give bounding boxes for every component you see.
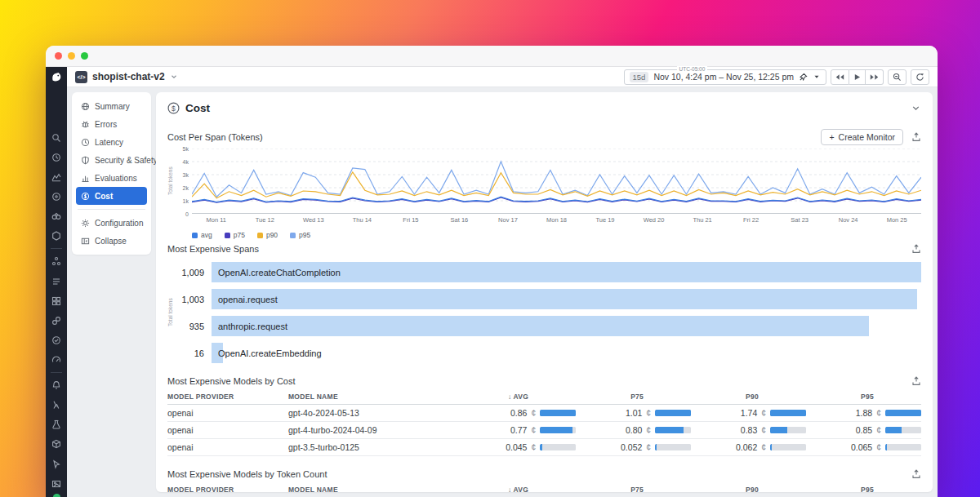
column-header-model-provider[interactable]: MODEL PROVIDER [167, 482, 288, 492]
zoom-window-button[interactable] [81, 52, 88, 60]
sidenav-item-errors[interactable]: Errors [76, 115, 147, 133]
sidenav-item-evaluations[interactable]: Evaluations [76, 169, 147, 187]
legend-item-p95[interactable]: p95 [290, 231, 310, 239]
column-header-model-provider[interactable]: MODEL PROVIDER [167, 389, 288, 405]
minimize-window-button[interactable] [68, 52, 75, 60]
column-header-p95[interactable]: P95 [806, 482, 921, 492]
chart-legend: avgp75p90p95 [192, 231, 921, 239]
span-bar-row[interactable]: 1,003openai.request [176, 289, 921, 309]
search-icon [51, 133, 61, 143]
rail-item-apm[interactable] [46, 206, 67, 226]
models-by-cost-section: Most Expensive Models by Cost MODEL PROV… [167, 376, 921, 456]
span-bar-row[interactable]: 1,009OpenAI.createChatCompletion [176, 262, 921, 282]
cell-model-provider[interactable]: openai [167, 405, 288, 422]
app-switcher-chevron-icon[interactable] [170, 73, 178, 81]
rail-item-security[interactable] [46, 226, 67, 246]
app-name[interactable]: shopist-chat-v2 [92, 71, 165, 82]
column-header-p90[interactable]: P90 [691, 482, 806, 492]
time-range-picker[interactable]: UTC-05:00 15d Nov 10, 4:24 pm – Nov 25, … [624, 69, 826, 85]
sidenav-item-collapse[interactable]: Collapse [76, 232, 147, 250]
cost-icon [81, 192, 90, 201]
zoom-out-button[interactable] [888, 69, 906, 85]
span-bar[interactable] [212, 289, 917, 309]
metric-value: 0.86 [510, 408, 527, 418]
rail-item-pointer[interactable] [46, 455, 67, 474]
rail-item-services[interactable] [46, 251, 67, 271]
metric-unit: ¢ [646, 425, 651, 435]
column-header-p75[interactable]: P75 [576, 389, 691, 405]
rail-item-labs[interactable] [46, 415, 67, 434]
rail-item-history[interactable] [46, 148, 67, 167]
column-header-avg[interactable]: ↓AVG [461, 482, 576, 492]
sidenav-item-summary[interactable]: Summary [76, 97, 147, 115]
column-header-p75[interactable]: P75 [576, 482, 691, 492]
column-header-model-name[interactable]: MODEL NAME [288, 482, 461, 492]
legend-item-avg[interactable]: avg [192, 231, 212, 239]
packages-icon [51, 439, 61, 449]
close-window-button[interactable] [55, 52, 62, 60]
sidenav-item-latency[interactable]: Latency [76, 133, 147, 151]
column-header-p95[interactable]: P95 [806, 389, 921, 405]
legend-item-p75[interactable]: p75 [225, 231, 245, 239]
metric-unit: ¢ [531, 442, 536, 452]
rail-item-gauge[interactable] [46, 350, 67, 370]
cell-model-provider[interactable]: openai [167, 422, 288, 439]
x-tick: Thu 14 [338, 216, 387, 224]
cell-model-name[interactable]: gpt-3.5-turbo-0125 [288, 439, 461, 456]
time-forward-button[interactable] [866, 69, 884, 85]
legend-item-p90[interactable]: p90 [257, 231, 278, 239]
cell-model-name[interactable]: gpt-4o-2024-05-13 [288, 405, 461, 422]
rail-item-dashboards[interactable] [46, 291, 67, 311]
rail-item-logs[interactable] [46, 272, 67, 291]
span-value: 1,009 [176, 268, 212, 277]
time-range-text: Nov 10, 4:24 pm – Nov 25, 12:25 pm [653, 72, 794, 82]
gauge-icon [51, 355, 61, 365]
metric-unit: ¢ [646, 442, 651, 452]
span-bar-row[interactable]: 16OpenAI.createEmbedding [176, 343, 921, 363]
create-monitor-button[interactable]: + Create Monitor [821, 129, 903, 145]
app-window: </> shopist-chat-v2 UTC-05:00 15d Nov 10… [46, 46, 938, 497]
left-rail [46, 67, 67, 497]
rail-item-packages[interactable] [46, 434, 67, 454]
column-header-avg[interactable]: ↓AVG [461, 389, 576, 405]
export-button[interactable] [911, 132, 921, 142]
sidenav-item-cost[interactable]: Cost [76, 187, 147, 205]
export-button[interactable] [911, 376, 921, 386]
sidenav-item-security-safety[interactable]: Security & Safety [76, 151, 147, 169]
column-header-model-name[interactable]: MODEL NAME [288, 389, 461, 405]
metric-value: 1.88 [856, 408, 872, 418]
refresh-button[interactable] [911, 69, 929, 85]
rail-item-search[interactable] [46, 128, 67, 148]
rail-item-screenshot[interactable] [46, 474, 67, 494]
sidenav-item-configuration[interactable]: Configuration [76, 214, 147, 232]
cell-model-name[interactable]: gpt-4-turbo-2024-04-09 [288, 422, 461, 439]
integrations-icon [51, 316, 61, 326]
cost-line-chart[interactable]: Total tokens 5k4k3k2k1k0 [167, 149, 921, 214]
metric-bar [655, 444, 691, 450]
rail-item-ci[interactable] [46, 331, 67, 350]
cell-metric: 0.065¢ [806, 439, 921, 456]
time-play-button[interactable] [849, 69, 866, 85]
column-header-p90[interactable]: P90 [691, 389, 806, 405]
rail-item-monitors[interactable] [46, 375, 67, 395]
rail-item-watchdog[interactable] [46, 187, 67, 206]
export-button[interactable] [911, 469, 921, 479]
app-body: </> shopist-chat-v2 UTC-05:00 15d Nov 10… [46, 67, 938, 497]
legend-swatch [225, 233, 230, 238]
time-dropdown-chevron-icon[interactable] [813, 73, 821, 81]
sidenav-item-label: Summary [95, 102, 130, 111]
datadog-logo[interactable] [50, 71, 64, 84]
rail-item-integrations[interactable] [46, 311, 67, 331]
export-button[interactable] [911, 244, 921, 254]
rail-item-metrics[interactable] [46, 167, 67, 187]
rail-item-serverless[interactable] [46, 395, 67, 415]
x-tick: Sat 23 [775, 216, 824, 224]
metric-bar [540, 410, 576, 416]
cell-metric: 1.01¢ [576, 405, 691, 422]
cell-model-provider[interactable]: openai [167, 439, 288, 456]
span-bar[interactable] [212, 316, 869, 336]
pin-icon[interactable] [799, 73, 808, 82]
time-back-button[interactable] [831, 69, 849, 85]
collapse-panel-chevron-icon[interactable] [911, 103, 921, 113]
span-bar-row[interactable]: 935anthropic.request [176, 316, 921, 336]
